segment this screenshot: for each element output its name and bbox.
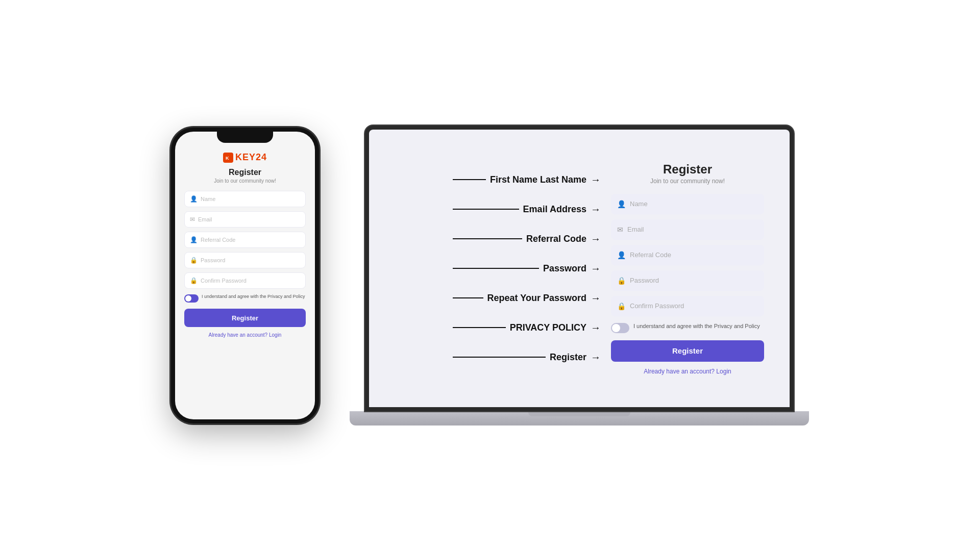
- annotation-arrow-3: →: [591, 233, 601, 245]
- annotation-text-2: Email Address: [523, 204, 586, 215]
- laptop-email-icon: ✉: [617, 226, 623, 234]
- phone-title: Register: [229, 168, 261, 177]
- phone-name-input[interactable]: 👤 Name: [184, 191, 306, 207]
- laptop-password-input[interactable]: 🔒 Password: [611, 270, 764, 291]
- annotation-register: Register →: [453, 347, 601, 367]
- laptop-base-notch: [528, 411, 630, 416]
- annotation-text-6: PRIVACY POLICY: [510, 322, 586, 333]
- phone-register-label: Register: [232, 314, 258, 322]
- laptop-password-icon: 🔒: [617, 277, 626, 285]
- laptop-email-input[interactable]: ✉ Email: [611, 219, 764, 240]
- phone-notch: [217, 132, 273, 143]
- annotation-text-1: First Name Last Name: [490, 174, 586, 185]
- laptop-toggle-row: I understand and agree with the Privacy …: [611, 322, 764, 333]
- laptop-name-input[interactable]: 👤 Name: [611, 194, 764, 214]
- annotation-arrow-2: →: [591, 204, 601, 215]
- annotation-text-7: Register: [550, 352, 586, 363]
- laptop-privacy-toggle[interactable]: [611, 323, 629, 333]
- laptop-referral-input[interactable]: 👤 Referral Code: [611, 245, 764, 265]
- phone-logo: K KEY24: [223, 152, 267, 163]
- phone-logo-icon: K: [223, 153, 233, 163]
- annotation-line-4: [453, 268, 539, 269]
- laptop-form-subtitle: Join to our community now!: [650, 178, 725, 185]
- svg-text:K: K: [226, 156, 230, 161]
- phone-confirm-icon: 🔒: [190, 277, 198, 284]
- laptop-referral-icon: 👤: [617, 251, 626, 259]
- laptop-name-placeholder: Name: [630, 200, 648, 208]
- phone-register-button[interactable]: Register: [184, 309, 306, 327]
- phone-user-icon: 👤: [190, 195, 198, 203]
- phone-confirm-placeholder: Confirm Password: [201, 278, 247, 284]
- laptop-base: [350, 411, 809, 425]
- phone-screen: K KEY24 Register Join to our community n…: [175, 132, 315, 419]
- laptop-device: First Name Last Name → Email Address → R…: [350, 126, 809, 425]
- annotation-text-4: Password: [543, 263, 586, 274]
- phone-name-placeholder: Name: [201, 196, 215, 202]
- phone-device: K KEY24 Register Join to our community n…: [171, 128, 319, 423]
- phone-privacy-toggle[interactable]: [184, 294, 199, 303]
- scene: K KEY24 Register Join to our community n…: [0, 0, 980, 551]
- laptop-email-placeholder: Email: [627, 226, 644, 233]
- annotation-arrow-4: →: [591, 263, 601, 274]
- annotation-repeat-password: Repeat Your Password →: [453, 288, 601, 308]
- phone-referral-icon: 👤: [190, 236, 198, 243]
- phone-login-link[interactable]: Already have an account? Login: [209, 332, 282, 338]
- phone-password-icon: 🔒: [190, 257, 198, 264]
- annotation-text-5: Repeat Your Password: [487, 293, 586, 304]
- annotation-privacy: PRIVACY POLICY →: [453, 317, 601, 338]
- laptop-register-label: Register: [672, 346, 703, 355]
- laptop-confirm-password-input[interactable]: 🔒 Confirm Password: [611, 296, 764, 316]
- phone-password-placeholder: Password: [201, 257, 225, 263]
- phone-referral-placeholder: Referral Code: [201, 237, 235, 243]
- annotation-text-3: Referral Code: [526, 234, 586, 244]
- annotation-line-6: [453, 327, 506, 328]
- laptop-screen-shell: First Name Last Name → Email Address → R…: [365, 126, 794, 411]
- phone-email-icon: ✉: [190, 216, 195, 223]
- phone-referral-input[interactable]: 👤 Referral Code: [184, 232, 306, 248]
- phone-email-placeholder: Email: [198, 216, 212, 222]
- phone-email-input[interactable]: ✉ Email: [184, 211, 306, 228]
- laptop-screen-content: First Name Last Name → Email Address → R…: [369, 130, 790, 407]
- annotation-line-5: [453, 297, 483, 298]
- laptop-register-button[interactable]: Register: [611, 340, 764, 362]
- laptop-register-panel: Register Join to our community now! 👤 Na…: [611, 162, 764, 375]
- annotation-email: Email Address →: [453, 199, 601, 219]
- phone-password-input[interactable]: 🔒 Password: [184, 252, 306, 268]
- laptop-referral-placeholder: Referral Code: [630, 251, 671, 259]
- annotation-arrow-5: →: [591, 292, 601, 304]
- annotation-line-3: [453, 238, 522, 239]
- annotation-arrow-7: →: [591, 352, 601, 363]
- annotations-panel: First Name Last Name → Email Address → R…: [453, 169, 601, 367]
- annotation-arrow-6: →: [591, 322, 601, 334]
- annotation-line-2: [453, 209, 519, 210]
- phone-confirm-password-input[interactable]: 🔒 Confirm Password: [184, 272, 306, 289]
- annotation-arrow-1: →: [591, 174, 601, 186]
- annotation-referral: Referral Code →: [453, 229, 601, 249]
- laptop-password-placeholder: Password: [630, 277, 659, 284]
- annotation-line-1: [453, 179, 486, 180]
- phone-subtitle: Join to our community now!: [214, 178, 276, 184]
- laptop-confirm-placeholder: Confirm Password: [630, 302, 684, 310]
- annotation-line-7: [453, 357, 546, 358]
- annotation-password: Password →: [453, 258, 601, 279]
- annotation-firstname: First Name Last Name →: [453, 169, 601, 190]
- phone-logo-text: KEY24: [235, 152, 267, 163]
- phone-toggle-row: I understand and agree with the Privacy …: [184, 294, 306, 303]
- phone-toggle-label: I understand and agree with the Privacy …: [202, 294, 305, 300]
- laptop-toggle-label: I understand and agree with the Privacy …: [633, 322, 760, 330]
- laptop-form-title: Register: [663, 162, 712, 177]
- laptop-login-link[interactable]: Already have an account? Login: [644, 368, 731, 375]
- laptop-user-icon: 👤: [617, 200, 626, 208]
- laptop-confirm-icon: 🔒: [617, 302, 626, 310]
